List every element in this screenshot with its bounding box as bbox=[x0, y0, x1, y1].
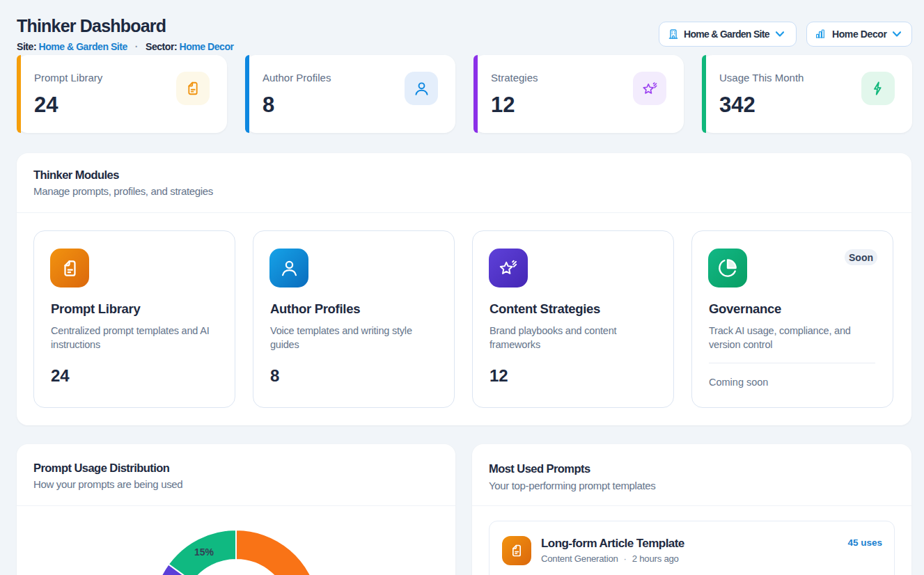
svg-text:15%: 15% bbox=[194, 546, 214, 558]
